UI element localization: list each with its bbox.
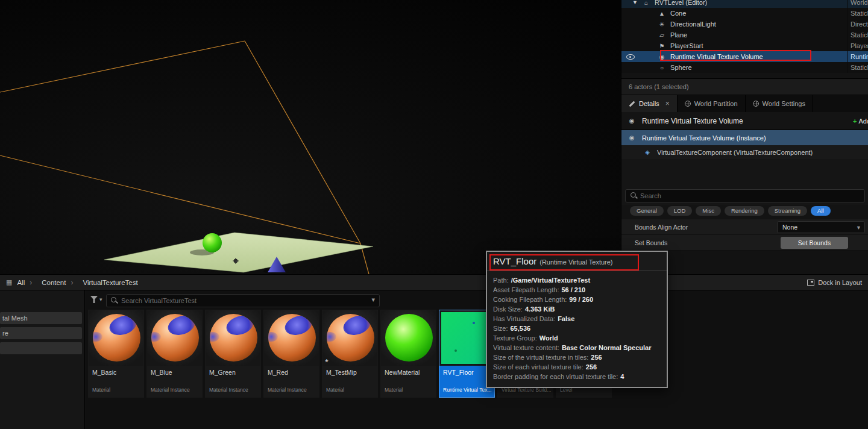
green-sphere-mesh[interactable]	[203, 233, 222, 252]
outliner-row-rvt-volume-selected[interactable]: Runtime Virtual Texture Volume Runtim	[621, 51, 868, 62]
right-panel: RVTLevel (Editor) World Cone StaticM Dir…	[621, 0, 868, 274]
outliner-label: RVTLevel (Editor)	[655, 0, 707, 6]
component-row-virtualtexture[interactable]: VirtualTextureComponent (VirtualTextureC…	[621, 145, 868, 159]
details-tab-bar: Details × World Partition World Settings	[621, 95, 868, 112]
tab-world-settings[interactable]: World Settings	[746, 95, 813, 112]
sidebar-item-2[interactable]	[0, 342, 82, 354]
bounds-align-actor-dropdown[interactable]: None	[777, 221, 865, 233]
asset-tile-m-basic[interactable]: M_Basic Material	[88, 310, 144, 398]
content-search-input[interactable]	[106, 294, 380, 307]
search-icon	[630, 192, 638, 199]
filter-button[interactable]	[90, 296, 102, 303]
details-actor-header: Runtime Virtual Texture Volume Add	[621, 112, 868, 130]
tooltip-subtitle: (Runtime Virtual Texture)	[539, 258, 612, 266]
filter-chip-all[interactable]: All	[811, 206, 831, 216]
asset-tile-m-testmip[interactable]: M_TestMip Material	[322, 310, 378, 398]
breadcrumb-content[interactable]: Content	[42, 278, 78, 287]
tab-world-partition[interactable]: World Partition	[678, 95, 746, 112]
content-search	[106, 294, 380, 307]
outliner-row-level[interactable]: RVTLevel (Editor) World	[621, 0, 868, 8]
outliner-row-plane[interactable]: Plane StaticM	[621, 30, 868, 40]
player-start-icon	[658, 41, 666, 52]
tooltip-row: Texture Group:World	[493, 333, 661, 343]
details-search-row	[621, 187, 868, 205]
tooltip-row: Path:/Game/VirtualTextureTest	[493, 275, 661, 285]
tooltip-row: Border padding for each virtual texture …	[493, 372, 661, 381]
tooltip-row: Asset Filepath Length:56 / 210	[493, 285, 661, 295]
tooltip-title-block: RVT_Floor(Runtime Virtual Texture)	[487, 252, 667, 271]
outliner-row-sphere[interactable]: Sphere StaticM	[621, 62, 868, 73]
outliner-label: PlayerStart	[670, 42, 703, 49]
level-icon	[642, 0, 650, 8]
asset-tile-m-green[interactable]: M_Green Material Instance	[205, 310, 261, 398]
asset-type: Material Instance	[264, 387, 319, 397]
asset-name: NewMaterial	[381, 366, 436, 376]
property-label: Set Bounds	[635, 235, 667, 251]
breadcrumb-grid-icon[interactable]	[6, 278, 12, 286]
asset-type: Material	[322, 387, 377, 397]
details-search-input[interactable]	[625, 189, 865, 202]
eye-icon[interactable]	[626, 54, 635, 60]
filter-funnel-icon	[90, 296, 98, 303]
asset-type: Material	[89, 387, 143, 397]
dock-label: Dock in Layout	[818, 279, 862, 286]
outliner-row-playerstart[interactable]: PlayerStart Player	[621, 40, 868, 51]
component-tree-blank	[621, 159, 868, 187]
sphere-icon	[658, 63, 666, 74]
chevron-down-icon[interactable]	[371, 296, 375, 304]
dock-in-layout-button[interactable]: Dock in Layout	[807, 279, 862, 286]
unsaved-asterisk-icon	[325, 357, 329, 366]
breadcrumb-all[interactable]: All	[17, 278, 37, 287]
component-row-instance[interactable]: Runtime Virtual Texture Volume (Instance…	[621, 130, 868, 145]
actor-title: Runtime Virtual Texture Volume	[642, 117, 743, 125]
pencil-icon	[629, 101, 635, 107]
outliner-type: World	[847, 0, 868, 8]
sidebar-item-0[interactable]: tal Mesh	[0, 312, 82, 324]
tab-details[interactable]: Details ×	[621, 95, 678, 112]
tooltip-row: Disk Size:4.363 KiB	[493, 304, 661, 314]
content-browser-main: M_Basic Material M_Blue Material Instanc…	[86, 290, 868, 429]
close-icon[interactable]: ×	[665, 99, 670, 108]
asset-tooltip: RVT_Floor(Runtime Virtual Texture) Path:…	[486, 251, 668, 388]
outliner-row-cone[interactable]: Cone StaticM	[621, 8, 868, 19]
viewport-scene	[0, 0, 621, 274]
outliner-type: StaticM	[847, 8, 868, 19]
asset-type: Material	[381, 387, 436, 397]
sidebar-item-1[interactable]: re	[0, 327, 82, 339]
tooltip-row: Virtual texture content:Base Color Norma…	[493, 343, 661, 352]
asset-type: Runtime Virtual Tex...	[439, 387, 494, 397]
asset-tile-newmaterial[interactable]: NewMaterial Material	[380, 310, 436, 398]
chevron-down-icon	[99, 296, 102, 302]
directional-light-icon	[658, 19, 666, 30]
filter-chip-lod[interactable]: LOD	[667, 206, 693, 216]
green-sphere-thumbnail	[381, 310, 436, 366]
asset-name: M_TestMip	[322, 366, 377, 376]
search-icon	[110, 296, 118, 304]
filter-chip-misc[interactable]: Misc	[696, 206, 721, 216]
tooltip-row: Size of the virtual texture in tiles:256	[493, 352, 661, 362]
filter-chip-general[interactable]: General	[630, 206, 664, 216]
expand-caret-icon[interactable]	[632, 0, 638, 8]
asset-type: Virtual Texture Build...	[498, 387, 553, 397]
filter-chip-rendering[interactable]: Rendering	[725, 206, 764, 216]
asset-name: M_Green	[206, 366, 260, 376]
globe-icon	[685, 101, 691, 107]
material-sphere-thumbnail	[89, 310, 143, 366]
breadcrumb-virtualtexturetest[interactable]: VirtualTextureTest	[83, 279, 147, 286]
filter-chip-streaming[interactable]: Streaming	[768, 206, 807, 216]
tooltip-rows: Path:/Game/VirtualTextureTest Asset File…	[487, 271, 667, 387]
asset-tile-m-red[interactable]: M_Red Material Instance	[263, 310, 319, 398]
globe-icon	[753, 101, 759, 107]
outliner-label: Plane	[670, 31, 687, 39]
property-row-bounds-align: Bounds Align Actor None	[621, 219, 868, 235]
outliner-tree: RVTLevel (Editor) World Cone StaticM Dir…	[621, 0, 868, 73]
outliner-row-directionallight[interactable]: DirectionalLight Direct	[621, 19, 868, 30]
asset-tile-m-blue[interactable]: M_Blue Material Instance	[146, 310, 203, 398]
dock-icon	[807, 280, 814, 286]
add-button[interactable]: Add	[853, 115, 868, 127]
details-filter-chips: General LOD Misc Rendering Streaming All	[621, 205, 868, 219]
set-bounds-button[interactable]: Set Bounds	[781, 237, 848, 249]
content-browser-header: All Content VirtualTextureTest Dock in L…	[0, 275, 868, 290]
viewport-3d[interactable]	[0, 0, 621, 274]
outliner-type: Player	[847, 40, 868, 51]
